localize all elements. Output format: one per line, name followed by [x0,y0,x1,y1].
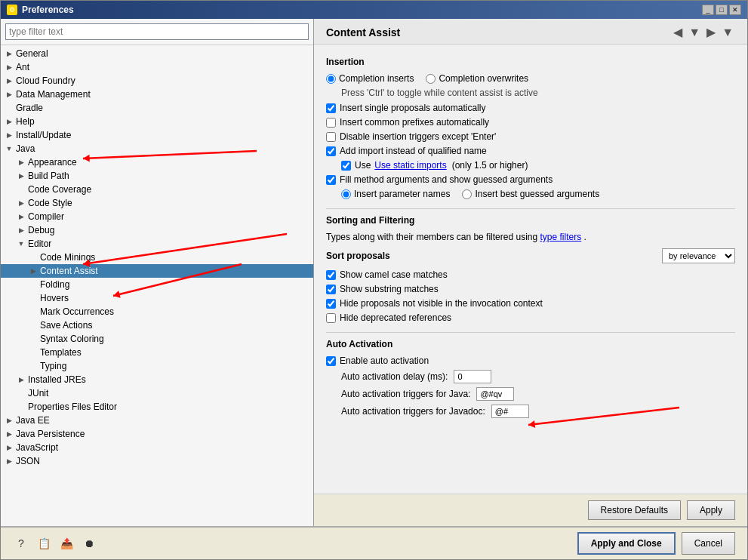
tree-item-java[interactable]: ▼Java [1,142,313,155]
tree-item-content-assist[interactable]: ▶Content Assist [1,264,313,278]
tree-item-code-coverage[interactable]: Code Coverage [1,183,313,196]
completion-overwrites-label[interactable]: Completion overwrites [426,73,528,84]
tree-item-javascript[interactable]: ▶JavaScript [1,441,313,454]
tree-toggle-java-persistence: ▶ [5,430,13,438]
forward-dropdown-button[interactable]: ▼ [720,26,735,39]
type-filters-description: Types along with their members can be fi… [326,232,735,242]
type-filters-link[interactable]: type filters [540,232,582,242]
back-button[interactable]: ◀ [672,25,684,39]
tree-item-mark-occurrences[interactable]: Mark Occurrences [1,305,313,318]
tree-item-syntax-coloring[interactable]: Syntax Coloring [1,332,313,346]
fill-method-args-row: Fill method arguments and show guessed a… [326,174,735,185]
title-bar: ⚙ Preferences _ □ ✕ [1,1,747,19]
tree-toggle-folding [29,281,37,288]
triggers-javadoc-input[interactable] [491,405,529,418]
triggers-java-input[interactable] [476,387,514,401]
tree-label-code-minings: Code Minings [40,252,95,263]
tree-item-ant[interactable]: ▶Ant [1,60,313,74]
tree-toggle-javascript: ▶ [5,444,13,451]
tree-item-folding[interactable]: Folding [1,278,313,291]
filter-area [1,19,313,45]
tree-area: ▶General▶Ant▶Cloud Foundry▶Data Manageme… [1,45,313,526]
tree-item-templates[interactable]: Templates [1,346,313,359]
completion-inserts-label[interactable]: Completion inserts [326,73,414,84]
tree-toggle-installed-jres: ▶ [17,376,25,383]
maximize-button[interactable]: □ [716,5,728,15]
clipboard-icon-button[interactable]: 📋 [35,535,52,552]
hide-not-visible-checkbox[interactable] [326,299,336,309]
insert-common-prefixes-row: Insert common prefixes automatically [326,117,735,128]
tree-item-java-ee[interactable]: ▶Java EE [1,414,313,427]
restore-defaults-button[interactable]: Restore Defaults [588,500,681,520]
insert-best-guessed-radio[interactable] [462,189,472,199]
tree-toggle-install-update: ▶ [5,131,13,139]
tree-item-gradle[interactable]: Gradle [1,101,313,115]
tree-item-installed-jres[interactable]: ▶Installed JREs [1,373,313,386]
right-panel: Content Assist ◀ ▼ ▶ ▼ Insertion Com [314,19,747,526]
param-names-group: Insert parameter names Insert best guess… [341,189,735,199]
tree-label-data-management: Data Management [16,89,91,100]
show-camel-case-checkbox[interactable] [326,270,336,280]
tree-toggle-debug: ▶ [17,226,25,234]
tree-item-junit[interactable]: JUnit [1,386,313,400]
minimize-button[interactable]: _ [702,5,714,15]
tree-item-editor[interactable]: ▼Editor [1,237,313,251]
tree-item-code-minings[interactable]: Code Minings [1,251,313,264]
tree-item-build-path[interactable]: ▶Build Path [1,169,313,183]
sort-proposals-dropdown[interactable]: by relevance alphabetically [662,248,735,263]
tree-item-data-management[interactable]: ▶Data Management [1,88,313,101]
dialog-bottom-right: Apply and Close Cancel [577,532,735,555]
tree-toggle-save-actions [29,322,37,329]
tree-item-general[interactable]: ▶General [1,47,313,60]
tree-item-appearance[interactable]: ▶Appearance [1,155,313,169]
use-static-imports-checkbox[interactable] [341,161,351,171]
tree-label-ant: Ant [16,62,29,72]
apply-close-button[interactable]: Apply and Close [577,532,676,555]
record-icon-button[interactable]: ⏺ [81,535,97,552]
completion-overwrites-radio[interactable] [426,74,436,84]
tree-label-code-coverage: Code Coverage [28,184,91,195]
enable-auto-activation-checkbox[interactable] [326,356,336,366]
tree-item-cloud-foundry[interactable]: ▶Cloud Foundry [1,74,313,88]
tree-item-json[interactable]: ▶JSON [1,454,313,468]
insert-param-names-radio[interactable] [341,189,351,199]
insert-common-prefixes-checkbox[interactable] [326,118,336,128]
tree-item-java-persistence[interactable]: ▶Java Persistence [1,427,313,441]
tree-item-compiler[interactable]: ▶Compiler [1,210,313,223]
back-dropdown-button[interactable]: ▼ [687,26,702,39]
tree-toggle-code-coverage [17,186,25,193]
tree-label-json: JSON [16,456,40,466]
help-icon-button[interactable]: ? [13,535,29,552]
hide-not-visible-row: Hide proposals not visible in the invoca… [326,298,735,309]
tree-item-debug[interactable]: ▶Debug [1,223,313,237]
delay-input[interactable] [454,370,491,383]
insert-single-checkbox[interactable] [326,103,336,113]
tree-item-properties-files-editor[interactable]: Properties Files Editor [1,400,313,414]
export-icon-button[interactable]: 📤 [58,535,75,552]
tree-toggle-syntax-coloring [29,335,37,343]
disable-insertion-triggers-checkbox[interactable] [326,132,336,142]
close-button[interactable]: ✕ [729,5,741,15]
tree-toggle-junit [17,389,25,397]
filter-input[interactable] [5,23,309,40]
tree-item-hovers[interactable]: Hovers [1,291,313,305]
tree-label-debug: Debug [28,225,54,235]
tree-toggle-content-assist: ▶ [29,267,37,275]
static-imports-link[interactable]: Use static imports [374,160,446,171]
completion-inserts-radio[interactable] [326,74,336,84]
enable-auto-activation-row: Enable auto activation [326,355,735,366]
tree-item-help[interactable]: ▶Help [1,115,313,128]
add-import-checkbox[interactable] [326,146,336,156]
hide-deprecated-checkbox[interactable] [326,313,336,323]
fill-method-args-checkbox[interactable] [326,175,336,185]
cancel-button[interactable]: Cancel [682,532,735,555]
tree-item-install-update[interactable]: ▶Install/Update [1,128,313,142]
hide-deprecated-row: Hide deprecated references [326,312,735,323]
show-substring-checkbox[interactable] [326,285,336,294]
tree-item-save-actions[interactable]: Save Actions [1,318,313,332]
tree-item-typing[interactable]: Typing [1,359,313,373]
tree-item-code-style[interactable]: ▶Code Style [1,196,313,210]
forward-button[interactable]: ▶ [705,25,717,39]
apply-button[interactable]: Apply [687,500,735,520]
window-icon: ⚙ [7,5,17,15]
